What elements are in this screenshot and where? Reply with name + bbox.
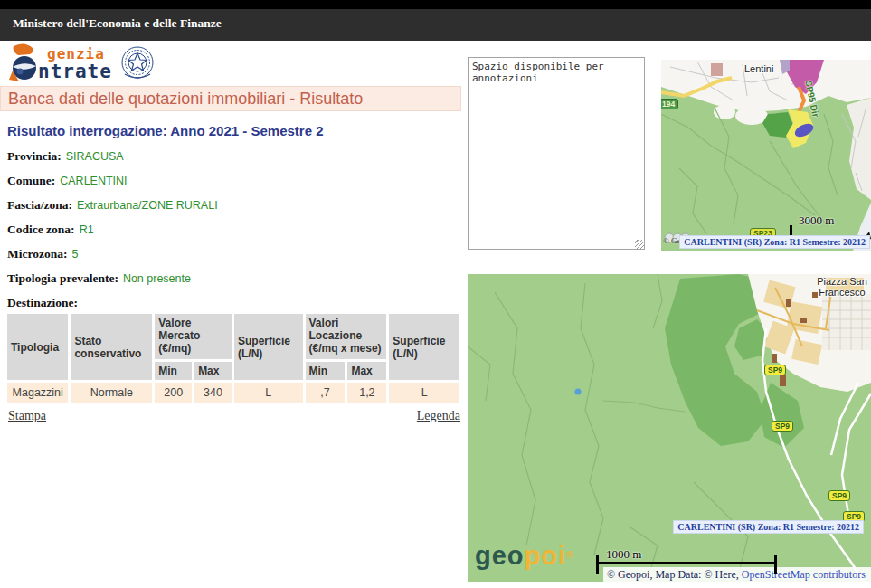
cell-superficie-2: L: [389, 383, 459, 403]
field-label: Fascia/zona:: [7, 198, 72, 212]
geopoi-logo: geopoi®: [475, 543, 573, 568]
field-label: Provincia:: [7, 149, 62, 163]
attribution-text: © Geopoi, Map Data: © Here,: [607, 568, 742, 581]
cell-mercato-min: 200: [155, 383, 192, 403]
zone-info-label: CARLENTINI (SR) Zona: R1 Semestre: 20212: [673, 520, 864, 534]
agenzia-entrate-logo: genzia ntrate: [7, 43, 464, 84]
cell-mercato-max: 340: [194, 383, 232, 403]
agenzia-entrate-logo-icon: [7, 43, 42, 83]
map-attribution: © Geopoi, Map Data: © Here, OpenStreetMa…: [603, 567, 871, 582]
ministry-topbar: Ministero dell'Economia e delle Finanze: [0, 0, 871, 41]
cell-superficie-1: L: [234, 383, 303, 403]
geopoi-logo-geo: geo: [475, 541, 525, 570]
legend-link[interactable]: Legenda: [417, 409, 460, 423]
field-provincia: Provincia:SIRACUSA: [7, 149, 464, 163]
scale-label: 1000 m: [606, 547, 641, 562]
col-header-tipologia: Tipologia: [7, 314, 68, 380]
field-destinazione: Destinazione:: [7, 296, 464, 309]
road-badge-sp9: SP9: [772, 421, 793, 432]
cell-tipologia: Magazzini: [7, 383, 68, 403]
town-label-piazza-san-francesco: Piazza San Francesco: [814, 276, 870, 298]
field-value: Non presente: [123, 272, 191, 285]
col-header-valori-locazione: Valori Locazione (€/mq x mese): [306, 314, 387, 359]
geopoi-logo-poi: poi: [525, 541, 567, 570]
subheader-max: Max: [347, 362, 386, 380]
field-value: R1: [80, 223, 94, 236]
scale-bar-tick: [596, 555, 599, 574]
scale-bar: [596, 562, 777, 564]
field-tipologia-prevalente: Tipologia prevalente:Non presente: [7, 271, 464, 285]
town-label-lentini: Lentini: [744, 63, 773, 74]
zone-map[interactable]: Piazza San Francesco SP9 SP9 SP9 SP9 CAR…: [468, 274, 871, 582]
col-header-valore-mercato: Valore Mercato (€/mq): [155, 314, 232, 359]
scale-label: 3000 m: [799, 213, 834, 228]
result-heading: Risultato interrogazione: Anno 2021 - Se…: [7, 123, 464, 138]
print-link[interactable]: Stampa: [8, 409, 46, 423]
page-title: Banca dati delle quotazioni immobiliari …: [8, 90, 363, 109]
field-codice-zona: Codice zona:R1: [7, 223, 464, 236]
left-column: genzia ntrate Banca dati delle quotazion…: [0, 41, 464, 423]
field-fascia-zona: Fascia/zona:Extraurbana/ZONE RURALI: [7, 198, 464, 212]
geopoi-logo-registered: ®: [566, 550, 573, 560]
cell-locazione-min: ,7: [306, 383, 346, 403]
ministry-title: Ministero dell'Economia e delle Finanze: [13, 16, 222, 31]
cell-locazione-max: 1,2: [347, 383, 386, 403]
field-label: Codice zona:: [7, 223, 75, 236]
republic-emblem-icon: [119, 43, 156, 83]
field-value: 5: [71, 248, 78, 261]
subheader-min: Min: [155, 362, 192, 380]
col-header-superficie-1: Superficie (L/N): [234, 314, 303, 380]
field-label: Microzona:: [7, 247, 67, 261]
annotations-textarea[interactable]: Spazio disponibile per annotazioni: [468, 57, 645, 250]
field-label: Comune:: [7, 174, 55, 187]
col-header-superficie-2: Superficie (L/N): [389, 314, 459, 380]
overview-map[interactable]: Lentini SP95 Dir 194 SP23 3000 m © Geop …: [661, 60, 871, 251]
scale-bar-tick: [774, 555, 777, 574]
field-comune: Comune:CARLENTINI: [7, 174, 464, 187]
field-value: CARLENTINI: [60, 175, 127, 187]
road-badge-194: 194: [661, 99, 678, 109]
quotations-table: Tipologia Stato conservativo Valore Merc…: [5, 311, 462, 405]
col-header-stato: Stato conservativo: [71, 314, 152, 380]
subheader-max: Max: [194, 362, 232, 380]
page: Ministero dell'Economia e delle Finanze …: [0, 0, 871, 588]
road-badge-sp9: SP9: [828, 490, 850, 501]
cell-stato: Normale: [71, 383, 152, 403]
road-badge-sp9: SP9: [764, 365, 786, 375]
zone-map-image: [468, 274, 871, 582]
attribution-osm-link[interactable]: OpenStreetMap contributors: [742, 568, 866, 581]
logo-wordmark: genzia ntrate: [38, 43, 112, 81]
subheader-min: Min: [306, 362, 346, 380]
overview-map-image: [661, 60, 871, 251]
field-value: Extraurbana/ZONE RURALI: [77, 199, 218, 212]
field-label: Tipologia prevalente:: [7, 271, 118, 285]
zone-info-label: CARLENTINI (SR) Zona: R1 Semestre: 20212: [679, 235, 870, 249]
logo-text-agenzia: genzia: [47, 47, 112, 62]
textarea-resize-handle[interactable]: [635, 240, 644, 249]
field-value: SIRACUSA: [66, 150, 124, 163]
links-row: Stampa Legenda: [8, 409, 460, 423]
field-label: Destinazione:: [7, 296, 78, 309]
field-microzona: Microzona:5: [7, 247, 464, 261]
page-title-banner: Banca dati delle quotazioni immobiliari …: [0, 86, 461, 111]
logo-text-entrate: ntrate: [38, 62, 112, 81]
table-row: Magazzini Normale 200 340 L ,7 1,2 L: [7, 383, 459, 403]
